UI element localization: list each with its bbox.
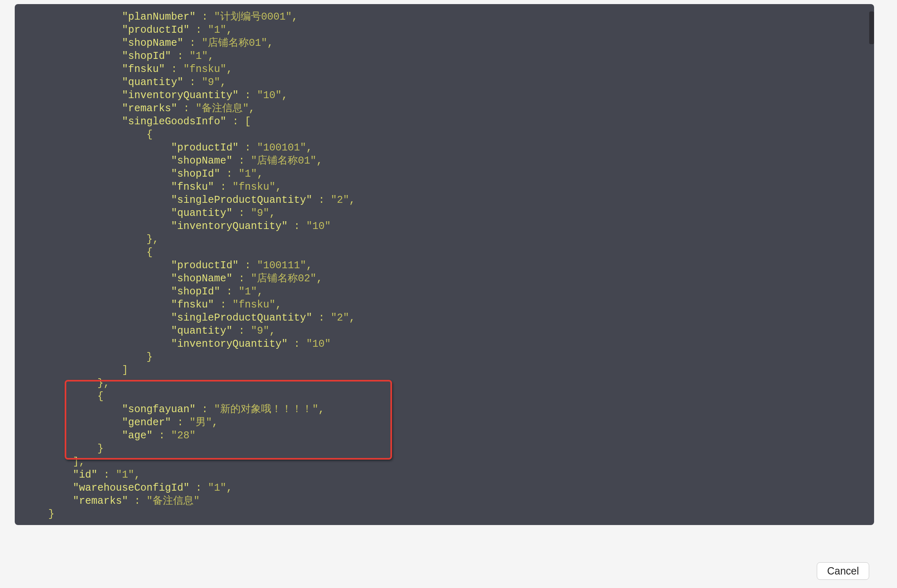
cancel-button[interactable]: Cancel bbox=[817, 562, 869, 580]
code-line: "productId" : "100101", bbox=[24, 141, 865, 155]
code-line: "quantity" : "9", bbox=[24, 207, 865, 220]
code-line: "fnsku" : "fnsku", bbox=[24, 181, 865, 194]
code-line: } bbox=[24, 508, 865, 521]
code-line: { bbox=[24, 128, 865, 141]
code-line: "shopId" : "1", bbox=[24, 50, 865, 63]
code-line: "shopName" : "店铺名称01", bbox=[24, 155, 865, 168]
code-line: }, bbox=[24, 377, 865, 390]
code-line: } bbox=[24, 442, 865, 456]
code-line: { bbox=[24, 390, 865, 403]
code-line: "quantity" : "9", bbox=[24, 76, 865, 89]
code-line: "gender" : "男", bbox=[24, 416, 865, 429]
code-line: }, bbox=[24, 233, 865, 246]
code-line: "id" : "1", bbox=[24, 469, 865, 482]
code-line: "productId" : "1", bbox=[24, 24, 865, 37]
code-line: "productId" : "100111", bbox=[24, 259, 865, 272]
code-line: "songfayuan" : "新的对象哦！！！！", bbox=[24, 403, 865, 416]
code-line: "quantity" : "9", bbox=[24, 325, 865, 338]
code-content: "planNumber" : "计划编号0001", "productId" :… bbox=[24, 11, 865, 521]
code-line: "fnsku" : "fnsku", bbox=[24, 63, 865, 76]
code-line: "shopName" : "店铺名称01", bbox=[24, 37, 865, 50]
code-line: } bbox=[24, 351, 865, 364]
code-line: "inventoryQuantity" : "10", bbox=[24, 89, 865, 102]
code-line: "singleProductQuantity" : "2", bbox=[24, 312, 865, 325]
code-editor-panel: "planNumber" : "计划编号0001", "productId" :… bbox=[15, 4, 874, 525]
code-line: { bbox=[24, 246, 865, 259]
code-line: "age" : "28" bbox=[24, 429, 865, 442]
code-line: "shopId" : "1", bbox=[24, 168, 865, 181]
scrollbar[interactable] bbox=[869, 11, 874, 44]
code-line: "shopId" : "1", bbox=[24, 285, 865, 298]
code-line: "fnsku" : "fnsku", bbox=[24, 298, 865, 312]
code-line: "planNumber" : "计划编号0001", bbox=[24, 11, 865, 24]
code-line: "inventoryQuantity" : "10" bbox=[24, 338, 865, 351]
code-line: ] bbox=[24, 364, 865, 377]
code-line: "singleGoodsInfo" : [ bbox=[24, 115, 865, 128]
code-line: "singleProductQuantity" : "2", bbox=[24, 194, 865, 207]
code-line: "shopName" : "店铺名称02", bbox=[24, 272, 865, 285]
code-line: ], bbox=[24, 456, 865, 469]
code-line: "remarks" : "备注信息" bbox=[24, 495, 865, 508]
dialog-footer: Cancel bbox=[0, 562, 889, 580]
code-line: "inventoryQuantity" : "10" bbox=[24, 220, 865, 233]
code-line: "remarks" : "备注信息", bbox=[24, 102, 865, 115]
code-line: "warehouseConfigId" : "1", bbox=[24, 482, 865, 495]
